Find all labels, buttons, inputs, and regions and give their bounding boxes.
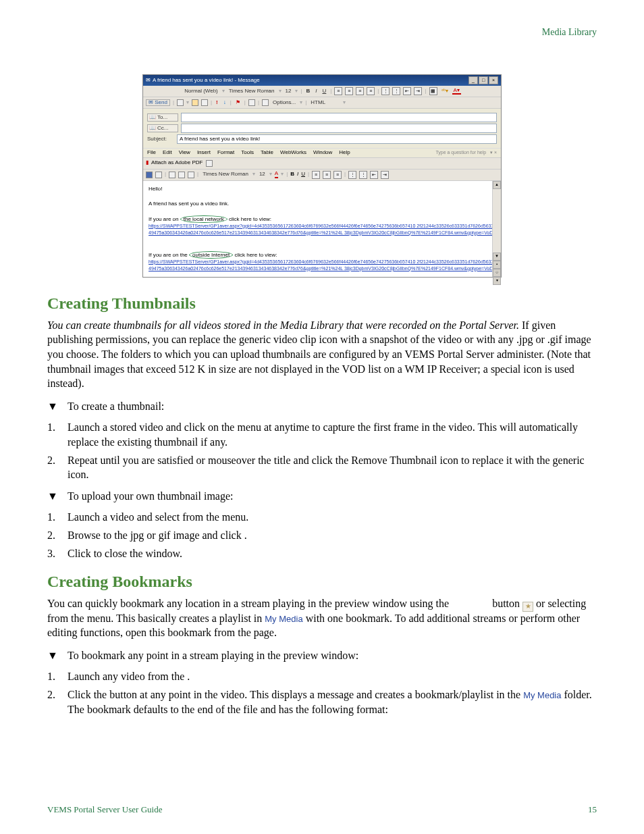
paste-icon[interactable] <box>188 172 194 178</box>
scroll-down-icon[interactable]: ▼ <box>493 253 501 261</box>
menu-tools[interactable]: Tools <box>241 150 254 156</box>
underline-button[interactable]: U <box>321 88 328 95</box>
menu-format[interactable]: Format <box>217 150 234 156</box>
bold-button-2[interactable]: B <box>290 172 294 178</box>
options-button[interactable]: Options... <box>271 100 297 106</box>
importance-low-icon[interactable]: ↓ <box>222 100 227 106</box>
attach-icon[interactable] <box>192 99 198 106</box>
proc2-step2: Browse to the jpg or gif image and click… <box>68 528 247 543</box>
html-button[interactable]: HTML <box>309 100 327 106</box>
outdent-icon[interactable]: ⇤ <box>403 87 411 95</box>
restore-icon[interactable]: □ <box>479 76 488 84</box>
menu-insert[interactable]: Insert <box>197 150 211 156</box>
triangle-icon: ▼ <box>47 399 59 414</box>
font-select[interactable]: Times New Roman <box>227 88 276 95</box>
triangle-icon: ▼ <box>47 489 59 504</box>
numlist-icon[interactable]: ⋮ <box>392 87 400 95</box>
font-color-icon[interactable]: A▾ <box>452 88 461 95</box>
bookmark-step2: Click the button at any point in the vid… <box>68 687 597 716</box>
menu-edit[interactable]: Edit <box>163 150 172 156</box>
print-icon[interactable] <box>155 172 162 178</box>
to-input[interactable] <box>181 113 497 122</box>
body-line: A friend has sent you a video link. <box>149 200 495 207</box>
font-color-icon-2[interactable]: A <box>275 171 278 178</box>
signature-icon[interactable] <box>248 99 255 106</box>
window-title: A friend has sent you a video link! - Me… <box>153 78 260 84</box>
indent-icon[interactable]: ⇥ <box>414 87 422 95</box>
list-icon[interactable]: ⋮ <box>348 171 356 179</box>
highlight-icon[interactable]: ᵃᵇ▾ <box>440 88 450 95</box>
flag-icon[interactable]: ⚑ <box>234 100 242 106</box>
cc-button[interactable]: 📖Cc... <box>147 124 178 133</box>
to-button[interactable]: 📖To... <box>147 113 178 122</box>
scroll-nav-icon[interactable]: ▾ <box>493 277 501 285</box>
heading-thumbnails: Creating Thumbnails <box>47 294 597 313</box>
align-justify-icon[interactable]: ≡ <box>367 87 375 95</box>
step-number: 3. <box>47 546 59 561</box>
minimize-icon[interactable]: _ <box>468 76 478 84</box>
email-screenshot: ✉ A friend has sent you a video link! - … <box>142 74 502 278</box>
local-network-highlight: the local network <box>180 215 227 223</box>
outdent-icon[interactable]: ⇤ <box>370 171 378 179</box>
scroll-split-icon[interactable]: ▪ <box>493 261 501 269</box>
attach-pdf-label[interactable]: Attach as Adobe PDF <box>151 160 203 166</box>
scroll-nav-icon[interactable]: ○ <box>493 269 501 277</box>
align-icon[interactable]: ≡ <box>323 171 331 179</box>
subject-input[interactable]: A friend has sent you a video link! <box>177 134 497 144</box>
proc2-step3: Click to close the window. <box>68 546 182 561</box>
proc2-step1: Launch a video and select from the menu. <box>68 510 248 525</box>
send-button[interactable]: ✉ Send <box>146 99 170 107</box>
numlist-icon[interactable]: ⋮ <box>359 171 367 179</box>
underline-button-2[interactable]: U <box>301 172 305 178</box>
copy-icon[interactable] <box>178 172 185 178</box>
indent-icon[interactable]: ⇥ <box>381 171 389 179</box>
message-body[interactable]: Hello! A friend has sent you a video lin… <box>143 181 501 277</box>
save-icon[interactable] <box>146 172 153 178</box>
align-icon[interactable]: ≡ <box>312 171 320 179</box>
menu-window[interactable]: Window <box>313 150 332 156</box>
body-local-intro: If you are on the local network click he… <box>149 215 495 223</box>
step-number: 2. <box>47 687 59 716</box>
align-center-icon[interactable]: ≡ <box>345 87 353 95</box>
scrollbar[interactable]: ▲ ▼ ▪ ○ ▾ <box>492 181 501 277</box>
bookmark-proc-title: To bookmark any point in a stream playin… <box>68 648 358 663</box>
options-icon[interactable] <box>262 99 269 106</box>
importance-high-icon[interactable]: ! <box>215 100 219 106</box>
align-icon[interactable]: ≡ <box>333 171 342 179</box>
header-section: Media Library <box>542 27 597 38</box>
my-media-label: My Media <box>265 614 302 624</box>
local-link[interactable]: https://SWAPPSTESTServer/GP1aver.aspx?gg… <box>149 223 495 236</box>
list-icon[interactable]: ⋮ <box>381 87 390 95</box>
cut-icon[interactable] <box>169 172 176 178</box>
save-icon[interactable] <box>177 99 184 106</box>
close-icon[interactable]: × <box>489 76 498 84</box>
size-select[interactable]: 12 <box>284 88 293 95</box>
menu-view[interactable]: View <box>179 150 190 156</box>
heading-bookmarks: Creating Bookmarks <box>47 573 597 591</box>
menu-help[interactable]: Help <box>339 150 350 156</box>
editor-toolbar: | | Times New Roman ▾ 12 ▾ A▾ | B I U | … <box>143 170 501 181</box>
cc-input[interactable] <box>181 124 497 133</box>
border-icon[interactable]: ▦ <box>429 87 437 95</box>
style-select[interactable]: Normal (Web) <box>183 88 219 95</box>
bold-button[interactable]: B <box>304 88 311 95</box>
italic-button[interactable]: I <box>314 88 318 95</box>
window-titlebar: ✉ A friend has sent you a video link! - … <box>143 75 501 86</box>
align-left-icon[interactable]: ≡ <box>334 87 342 95</box>
menu-table[interactable]: Table <box>261 150 273 156</box>
size-select-2[interactable]: 12 <box>258 172 267 178</box>
scroll-up-icon[interactable]: ▲ <box>493 181 501 189</box>
attach-pdf-bar: ▮ Attach as Adobe PDF <box>143 158 501 170</box>
proc1-step2: Repeat until you are satisfied or mouseo… <box>68 453 597 482</box>
italic-button-2[interactable]: I <box>297 172 298 178</box>
align-right-icon[interactable]: ≡ <box>356 87 364 95</box>
addressbook-icon[interactable] <box>201 99 208 106</box>
body-ext-intro: If you are on the outside Internet click… <box>149 251 495 259</box>
outside-internet-highlight: outside Internet <box>189 251 233 259</box>
menu-webworks[interactable]: WebWorks <box>280 150 306 156</box>
external-link[interactable]: https://SWAPPSTESTServer/GP1aver.aspx?gg… <box>149 259 495 272</box>
help-prompt[interactable]: Type a question for help ▾ × <box>435 150 497 155</box>
menu-file[interactable]: File <box>147 150 156 156</box>
pdf-dropdown-icon[interactable] <box>206 160 213 167</box>
font-select-2[interactable]: Times New Roman <box>201 172 250 178</box>
